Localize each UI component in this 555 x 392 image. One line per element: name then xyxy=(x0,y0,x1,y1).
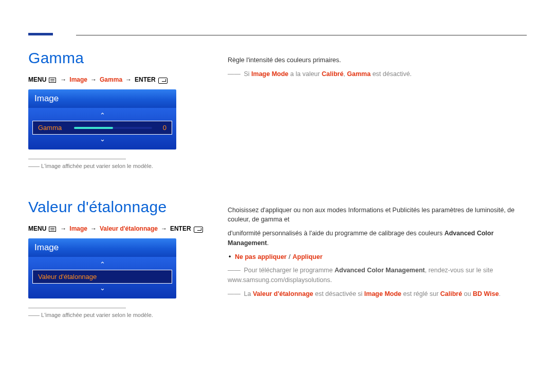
path-image: Image xyxy=(69,225,87,232)
note-pre: Si xyxy=(244,70,251,78)
arrow-icon: → xyxy=(90,225,97,232)
acm-term: Advanced Color Management xyxy=(335,267,425,274)
footnote-text: L'image affichée peut varier selon le mo… xyxy=(41,312,153,318)
gamma-description: Règle l'intensité des couleurs primaires… xyxy=(228,55,527,65)
note-mid1: a la valeur xyxy=(288,70,322,78)
osd-body: ⌃ Valeur d'étalonnage ⌄ xyxy=(28,257,176,298)
osd-row-calibration[interactable]: Valeur d'étalonnage xyxy=(32,270,172,284)
slider-fill xyxy=(74,127,113,129)
calibration-desc-line2: d'uniformité personnalisés à l'aide du p… xyxy=(228,229,527,248)
section-title-calibration: Valeur d'étalonnage xyxy=(28,198,213,216)
note-dash: ―― xyxy=(228,290,240,297)
osd-header: Image xyxy=(28,89,176,108)
desc2-pre: d'uniformité personnalisés à l'aide du p… xyxy=(228,230,445,237)
chevron-down-icon[interactable]: ⌄ xyxy=(32,284,172,293)
enter-word: ENTER xyxy=(135,76,156,83)
apply-options: Ne pas appliquer/Appliquer xyxy=(228,252,527,262)
note-dash: ―― xyxy=(228,267,240,274)
download-note: ―― Pour télécharger le programme Advance… xyxy=(228,266,527,285)
note-post: est désactivé. xyxy=(371,70,412,78)
chevron-up-icon[interactable]: ⌃ xyxy=(32,260,172,270)
bdwise-term: BD Wise xyxy=(473,290,499,297)
disabled-note: ―― La Valeur d'étalonnage est désactivée… xyxy=(228,289,527,299)
enter-icon xyxy=(194,227,203,233)
slash: / xyxy=(289,253,290,260)
gamma-term: Gamma xyxy=(347,70,371,78)
arrow-icon: → xyxy=(60,76,66,83)
osd-row-label: Gamma xyxy=(38,124,62,132)
osd-panel-calibration: Image ⌃ Valeur d'étalonnage ⌄ xyxy=(28,238,176,298)
osd-row-gamma[interactable]: Gamma 0 xyxy=(32,121,172,135)
menu-path-gamma: MENU → Image → Gamma → ENTER xyxy=(28,76,213,83)
arrow-icon: → xyxy=(125,76,132,83)
menu-word: MENU xyxy=(28,76,46,83)
columns: Gamma MENU → Image → Gamma → ENTER Image… xyxy=(28,26,527,322)
val-term: Valeur d'étalonnage xyxy=(253,290,313,297)
path-target: Gamma xyxy=(100,76,122,83)
calibration-desc-line1: Choisissez d'appliquer ou non aux modes … xyxy=(228,206,527,225)
osd-body: ⌃ Gamma 0 ⌄ xyxy=(28,108,176,150)
image-mode-term: Image Mode xyxy=(251,70,288,78)
footnote-text: L'image affichée peut varier selon le mo… xyxy=(41,163,153,169)
menu-word: MENU xyxy=(28,225,46,232)
menu-icon xyxy=(49,78,56,83)
spacer xyxy=(228,83,527,206)
gamma-note: ―― Si Image Mode a la valeur Calibré, Ga… xyxy=(228,69,527,79)
left-column: Gamma MENU → Image → Gamma → ENTER Image… xyxy=(28,26,213,322)
option-apply: Appliquer xyxy=(292,253,322,260)
path-image: Image xyxy=(69,76,87,83)
image-mode-term: Image Mode xyxy=(364,290,401,297)
arrow-icon: → xyxy=(90,76,97,83)
note-dash: ―― xyxy=(228,70,240,78)
enter-icon xyxy=(158,78,168,84)
osd-row-label: Valeur d'étalonnage xyxy=(38,273,97,281)
page: Gamma MENU → Image → Gamma → ENTER Image… xyxy=(0,0,555,392)
dis-post: . xyxy=(499,290,501,297)
osd-panel-gamma: Image ⌃ Gamma 0 ⌄ xyxy=(28,89,176,150)
footnote-gamma: ―― L'image affichée peut varier selon le… xyxy=(28,162,213,170)
enter-word: ENTER xyxy=(170,225,191,232)
arrow-icon: → xyxy=(60,225,66,232)
arrow-icon: → xyxy=(161,225,167,232)
dl-url: www.samsung.com/displaysolutions xyxy=(228,276,330,284)
footnote-dash: ―― xyxy=(28,163,40,169)
dis-mid1: est désactivée si xyxy=(313,290,364,297)
path-target: Valeur d'étalonnage xyxy=(100,225,158,232)
dis-pre: La xyxy=(244,290,252,297)
gamma-slider[interactable] xyxy=(74,127,152,129)
option-not-apply: Ne pas appliquer xyxy=(235,253,287,260)
chevron-up-icon[interactable]: ⌃ xyxy=(32,111,172,121)
mini-divider xyxy=(28,308,126,308)
calibre-term: Calibré xyxy=(322,70,343,78)
dis-or: ou xyxy=(462,290,473,297)
chevron-down-icon[interactable]: ⌄ xyxy=(32,135,172,144)
footnote-calibration: ―― L'image affichée peut varier selon le… xyxy=(28,311,213,319)
dl-pre: Pour télécharger le programme xyxy=(244,267,334,274)
right-column: Règle l'intensité des couleurs primaires… xyxy=(228,26,527,322)
calibre-term: Calibré xyxy=(440,290,462,297)
calibration-right-block: Choisissez d'appliquer ou non aux modes … xyxy=(228,206,527,299)
menu-icon xyxy=(49,227,56,232)
dl-mid: , rendez-vous sur le site xyxy=(425,267,493,274)
top-rule xyxy=(76,35,527,35)
dis-mid2: est réglé sur xyxy=(401,290,440,297)
accent-bar xyxy=(28,33,53,35)
section-title-gamma: Gamma xyxy=(28,49,213,67)
osd-header: Image xyxy=(28,238,176,257)
desc2-post: . xyxy=(267,239,268,247)
dl-post: . xyxy=(330,276,331,284)
footnote-dash: ―― xyxy=(28,312,40,318)
osd-row-value: 0 xyxy=(159,124,166,132)
menu-path-calibration: MENU → Image → Valeur d'étalonnage → ENT… xyxy=(28,225,213,232)
mini-divider xyxy=(28,159,126,159)
